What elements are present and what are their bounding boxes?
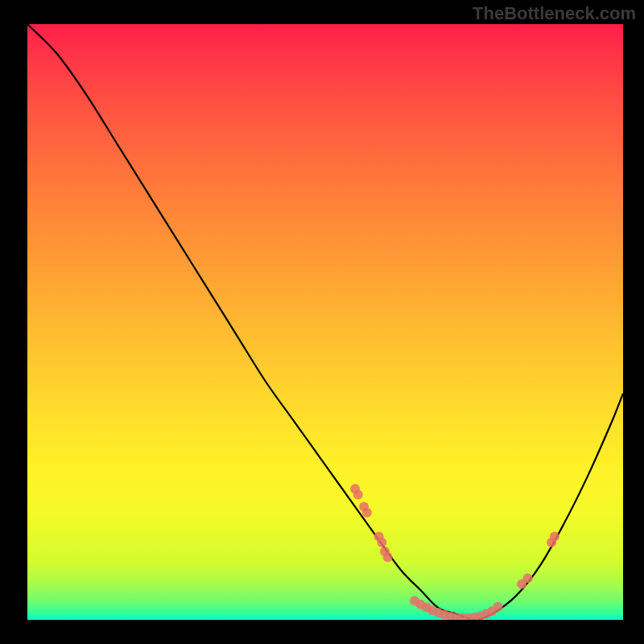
data-point-markers bbox=[350, 484, 559, 620]
data-point-marker bbox=[383, 552, 393, 562]
bottleneck-curve bbox=[27, 24, 623, 620]
data-point-marker bbox=[362, 508, 372, 518]
data-point-marker bbox=[550, 531, 559, 541]
plot-area bbox=[27, 24, 623, 620]
watermark-text: TheBottleneck.com bbox=[473, 3, 636, 24]
data-point-marker bbox=[353, 490, 363, 500]
data-point-marker bbox=[523, 573, 533, 583]
data-point-marker bbox=[377, 538, 386, 547]
chart-container: TheBottleneck.com bbox=[0, 0, 644, 644]
data-point-marker bbox=[493, 602, 503, 612]
curve-layer bbox=[27, 24, 623, 620]
